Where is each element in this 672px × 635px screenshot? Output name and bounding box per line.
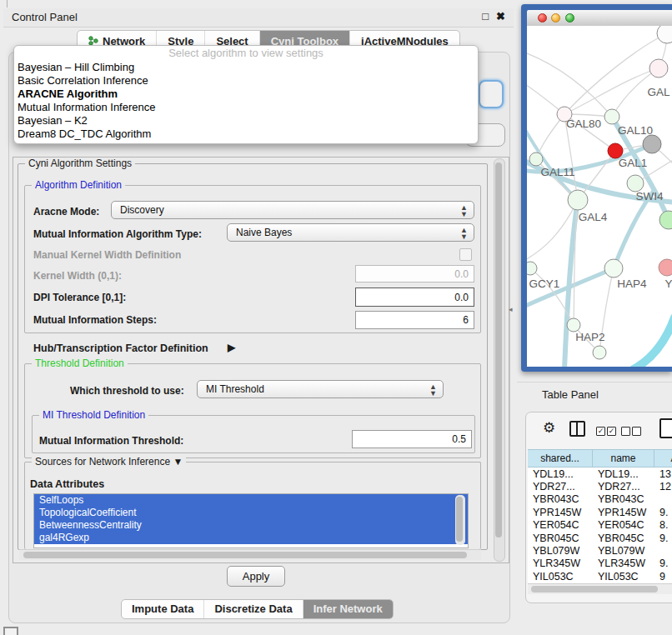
dropdown-item[interactable]: Dream8 DC_TDC Algorithm — [14, 128, 478, 141]
network-node-label: GAL11 — [540, 166, 574, 178]
network-node[interactable] — [649, 59, 668, 78]
document-icon[interactable] — [659, 418, 672, 438]
gear-icon[interactable]: ⚙ — [543, 419, 555, 437]
close-panel-icon[interactable]: ✖ — [496, 10, 505, 22]
table-cell: YER054C — [528, 519, 593, 531]
network-edge[interactable] — [527, 51, 612, 117]
right-pane: GALGAL80GAL10GAL1GAL11SWI4GAL4GCY1HAP4YH… — [517, 0, 672, 635]
attributes-list-scrollbar-thumb[interactable] — [456, 497, 463, 542]
close-window-icon[interactable] — [538, 13, 547, 22]
settings-vertical-scrollbar-thumb[interactable] — [495, 162, 502, 538]
tab-impute-data[interactable]: Impute Data — [122, 600, 204, 618]
tab-infer-network[interactable]: Infer Network — [303, 600, 393, 618]
network-node[interactable] — [567, 318, 580, 332]
table-cell: 9 — [654, 571, 672, 582]
sources-group-title[interactable]: Sources for Network Inference ▼ — [32, 456, 186, 468]
apply-button[interactable]: Apply — [227, 566, 285, 587]
table-row[interactable]: YIL053CYIL053C9 — [528, 570, 672, 582]
network-node[interactable] — [657, 26, 672, 43]
threshold-definition-title: Threshold Definition — [32, 358, 128, 369]
table-row[interactable]: YBR043CYBR043C — [528, 493, 672, 506]
mi-steps-label: Mutual Information Steps: — [33, 314, 157, 326]
data-attributes-list[interactable]: SelfLoopsTopologicalCoefficientBetweenne… — [33, 493, 469, 548]
network-edge[interactable] — [634, 318, 672, 367]
table-cell: 9. — [654, 532, 672, 544]
dropdown-item[interactable]: Mutual Information Inference — [14, 101, 478, 114]
table-column-header[interactable]: shared... — [528, 449, 593, 468]
network-node-label: SWI4 — [635, 190, 663, 202]
settings-horizontal-scrollbar-thumb[interactable] — [23, 552, 467, 558]
hub-definition-expander[interactable]: Hub/Transcription Factor Definition — [33, 342, 208, 354]
aracne-mode-value: Discovery — [120, 204, 164, 216]
network-node[interactable] — [527, 262, 537, 275]
table-row[interactable]: YDR27...YDR27...12 — [528, 480, 672, 492]
mi-threshold-value: 0.5 — [452, 433, 466, 445]
table-panel: ⚙ ✓✓ shared...nameA YDL19...YDL19...13YD… — [525, 412, 672, 603]
table-cell: YBR043C — [593, 493, 654, 505]
which-threshold-select[interactable]: MI Threshold ▲▼ — [197, 380, 444, 398]
zoom-window-icon[interactable] — [565, 13, 574, 22]
unchecked-rows-icon[interactable] — [621, 423, 641, 438]
network-node-label: Y — [664, 278, 672, 290]
splitter-collapse-handle[interactable]: ◂ — [509, 305, 513, 313]
network-node[interactable] — [659, 259, 672, 276]
table-row[interactable]: YER054CYER054C8. — [528, 519, 672, 532]
settings-horizontal-scrollbar[interactable] — [19, 549, 481, 560]
kernel-width-label: Kernel Width (0,1): — [33, 270, 122, 282]
network-node[interactable] — [604, 259, 623, 278]
table-row[interactable]: YDL19...YDL19...13 — [528, 468, 672, 480]
table-column-header[interactable]: name — [593, 449, 654, 468]
attribute-list-item[interactable]: BetweennessCentrality — [34, 519, 468, 532]
network-node[interactable] — [593, 346, 606, 359]
table-column-header[interactable]: A — [654, 449, 672, 468]
table-cell: YDR27... — [593, 481, 654, 492]
tab-discretize-data-label: Discretize Data — [214, 602, 292, 615]
dropdown-item[interactable]: ARACNE Algorithm — [14, 88, 478, 101]
table-horizontal-scrollbar-thumb[interactable] — [531, 586, 658, 592]
network-window-titlebar[interactable] — [527, 10, 672, 27]
settings-vertical-scrollbar[interactable] — [494, 158, 505, 562]
data-attributes-label: Data Attributes — [30, 478, 104, 490]
mi-steps-field[interactable]: 6 — [355, 311, 474, 329]
network-node-label: GAL80 — [566, 118, 601, 130]
apply-button-label: Apply — [243, 570, 270, 582]
dropdown-item[interactable]: Basic Correlation Inference — [14, 74, 478, 88]
table-row[interactable]: YPR145WYPR145W9. — [528, 506, 672, 518]
attribute-list-item[interactable]: TopologicalCoefficient — [34, 507, 468, 519]
network-node[interactable] — [659, 211, 672, 229]
mi-type-select[interactable]: Naive Bayes ▲▼ — [227, 223, 474, 242]
mi-threshold-field[interactable]: 0.5 — [352, 430, 472, 448]
table-cell: YBR043C — [528, 493, 593, 505]
network-node[interactable] — [643, 135, 661, 153]
checked-rows-icon[interactable]: ✓✓ — [596, 423, 616, 438]
network-node[interactable] — [604, 109, 619, 124]
columns-icon[interactable] — [569, 421, 585, 437]
network-node[interactable] — [568, 190, 588, 210]
dpi-tolerance-field[interactable]: 0.0 — [355, 288, 474, 307]
which-threshold-label: Which threshold to use: — [70, 385, 184, 397]
float-panel-icon[interactable]: □ — [482, 10, 489, 22]
attribute-list-item[interactable]: SelfLoops — [34, 494, 468, 507]
dropdown-item[interactable]: Bayesian – K2 — [14, 114, 478, 128]
collapsed-panel-icon[interactable] — [3, 627, 18, 635]
table-horizontal-scrollbar[interactable] — [528, 583, 672, 594]
cyni-settings-group-title: Cyni Algorithm Settings — [25, 158, 135, 169]
table-row[interactable]: YBR045CYBR045C9. — [528, 532, 672, 544]
aracne-mode-select[interactable]: Discovery ▲▼ — [111, 201, 474, 219]
attributes-list-scrollbar[interactable] — [455, 495, 465, 545]
chevron-updown-icon: ▲▼ — [460, 227, 468, 240]
table-cell: YBR045C — [528, 532, 593, 544]
expander-down-arrow-icon: ▼ — [173, 456, 183, 468]
minimize-window-icon[interactable] — [551, 13, 560, 22]
network-node[interactable] — [627, 175, 644, 192]
dropdown-item[interactable]: Bayesian – Hill Climbing — [14, 61, 478, 74]
attribute-list-item[interactable]: gal4RGexp — [34, 532, 468, 544]
network-node[interactable] — [529, 152, 543, 166]
network-canvas[interactable]: GALGAL80GAL10GAL1GAL11SWI4GAL4GCY1HAP4YH… — [527, 26, 672, 367]
table-row[interactable]: YLR345WYLR345W9. — [528, 558, 672, 570]
table-row[interactable]: YBL079WYBL079W — [528, 544, 672, 557]
tab-discretize-data[interactable]: Discretize Data — [204, 600, 303, 618]
network-edge[interactable] — [564, 68, 659, 114]
algorithm-dropdown-list: Bayesian – Hill ClimbingBasic Correlatio… — [14, 61, 478, 141]
expander-right-arrow-icon[interactable]: ▶ — [228, 342, 235, 353]
